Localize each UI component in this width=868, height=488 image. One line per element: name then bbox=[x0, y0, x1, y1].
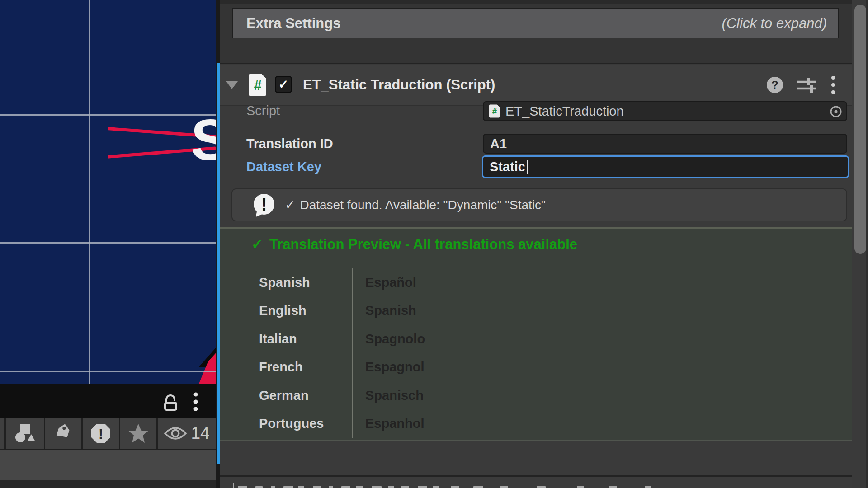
translation-value: Spanish bbox=[352, 297, 416, 325]
clipped-glyph bbox=[401, 486, 409, 488]
unity-editor: S bbox=[0, 0, 868, 488]
clipped-glyph bbox=[283, 486, 293, 488]
svg-text:!: ! bbox=[261, 195, 267, 214]
script-component: # ✓ ET_Static Traduction (Script) ? bbox=[220, 63, 868, 477]
clipped-glyph bbox=[298, 486, 304, 488]
enabled-checkbox[interactable]: ✓ bbox=[275, 76, 292, 93]
clipped-glyph bbox=[418, 486, 427, 488]
kebab-menu-icon[interactable] bbox=[191, 391, 200, 413]
dataset-key-input[interactable]: Static bbox=[482, 155, 849, 178]
script-object-value: ET_StaticTraduction bbox=[505, 104, 624, 119]
translation-id-label: Translation ID bbox=[246, 136, 333, 151]
table-row: EnglishSpanish bbox=[220, 297, 852, 325]
component-header[interactable]: # ✓ ET_Static Traduction (Script) ? bbox=[220, 65, 868, 106]
shapes-filter-button[interactable] bbox=[6, 418, 44, 449]
text-caret bbox=[527, 160, 528, 174]
eye-icon bbox=[164, 426, 187, 441]
foldout-arrow-icon[interactable] bbox=[226, 81, 238, 89]
script-field-label: Script bbox=[246, 103, 280, 118]
grid-line-h bbox=[0, 242, 216, 244]
dataset-key-label: Dataset Key bbox=[246, 160, 321, 174]
help-text: Dataset found. Available: "Dynamic" "Sta… bbox=[300, 198, 546, 212]
next-component-clipped bbox=[220, 477, 868, 488]
tag-filter-button[interactable] bbox=[45, 418, 81, 449]
translation-value: Spagnolo bbox=[352, 325, 425, 353]
scene-overlay-bar bbox=[0, 384, 216, 418]
window-top-edge bbox=[220, 0, 868, 4]
info-bubble-icon: ! bbox=[251, 192, 277, 218]
shapes-icon bbox=[14, 422, 36, 444]
clipped-glyph bbox=[238, 486, 247, 488]
clipped-glyph bbox=[356, 486, 363, 488]
dataset-help-box: ! ✓ Dataset found. Available: "Dynamic" … bbox=[231, 188, 847, 221]
window-right-edge bbox=[866, 0, 868, 488]
grid-line-h bbox=[0, 114, 216, 116]
clipped-glyph bbox=[388, 486, 394, 488]
scene-view[interactable]: S bbox=[0, 0, 216, 384]
scene-footer bbox=[0, 480, 216, 488]
script-object-field[interactable]: # ET_StaticTraduction bbox=[483, 101, 847, 121]
clipped-glyph bbox=[577, 486, 584, 488]
translation-value: Spanisch bbox=[352, 381, 424, 410]
warning-octagon-icon: ! bbox=[90, 423, 111, 444]
component-title: ET_Static Traduction (Script) bbox=[303, 77, 495, 93]
warning-filter-button[interactable]: ! bbox=[83, 418, 119, 449]
language-label: English bbox=[259, 297, 352, 325]
language-label: German bbox=[259, 381, 352, 410]
table-row: PortuguesEspanhol bbox=[220, 410, 852, 438]
grid-line-v bbox=[89, 0, 90, 384]
favorites-filter-button[interactable] bbox=[120, 418, 156, 449]
scrollbar-thumb[interactable] bbox=[854, 5, 866, 254]
help-check-icon: ✓ bbox=[285, 197, 295, 212]
language-label: Italian bbox=[259, 325, 352, 353]
clipped-glyph bbox=[473, 486, 483, 488]
translation-value: Espagnol bbox=[352, 353, 425, 382]
clipped-glyph bbox=[537, 486, 546, 488]
scene-filter-toolbar: ! 14 bbox=[0, 418, 216, 449]
preview-title-row: ✓ Translation Preview - All translations… bbox=[251, 236, 577, 253]
visibility-count: 14 bbox=[191, 424, 209, 443]
clipped-glyph bbox=[433, 486, 439, 488]
csharp-script-icon: # bbox=[489, 104, 500, 118]
translation-id-value: A1 bbox=[490, 136, 507, 151]
svg-text:#: # bbox=[254, 78, 261, 94]
clipped-glyph bbox=[372, 486, 382, 488]
clipped-glyph bbox=[500, 486, 508, 488]
translation-id-input[interactable]: A1 bbox=[483, 134, 847, 154]
scene-text-letter: S bbox=[191, 111, 216, 169]
grid-line-h bbox=[0, 371, 216, 372]
language-label: French bbox=[259, 353, 352, 382]
clipped-glyph bbox=[329, 486, 333, 488]
focus-indicator-line bbox=[217, 63, 220, 464]
extra-settings-label: Extra Settings bbox=[246, 15, 340, 32]
kebab-menu-icon[interactable] bbox=[830, 74, 837, 96]
svg-text:#: # bbox=[492, 107, 497, 116]
tag-icon bbox=[53, 423, 74, 444]
table-row: ItalianSpagnolo bbox=[220, 325, 852, 353]
scene-object-red-wedge bbox=[199, 352, 216, 384]
translation-value: Español bbox=[352, 268, 416, 297]
table-row: SpanishEspañol bbox=[220, 268, 852, 297]
clipped-glyph bbox=[645, 486, 651, 488]
language-label: Portugues bbox=[259, 410, 352, 438]
extra-settings-bar[interactable]: Extra Settings (Click to expand) bbox=[232, 8, 839, 38]
object-picker-icon[interactable] bbox=[829, 105, 843, 118]
language-label: Spanish bbox=[259, 268, 352, 297]
checkmark-icon: ✓ bbox=[278, 77, 289, 92]
extra-settings-hint: (Click to expand) bbox=[722, 15, 827, 32]
dataset-key-value: Static bbox=[490, 160, 525, 174]
preview-title: Translation Preview - All translations a… bbox=[269, 236, 577, 253]
success-check-icon: ✓ bbox=[251, 236, 263, 253]
translation-table: SpanishEspañolEnglishSpanishItalianSpagn… bbox=[220, 268, 852, 438]
table-row: GermanSpanisch bbox=[220, 381, 852, 410]
clipped-glyph bbox=[255, 486, 263, 488]
csharp-script-icon: # bbox=[249, 74, 267, 96]
visibility-count-button[interactable]: 14 bbox=[158, 418, 216, 449]
scene-lower-panel bbox=[0, 449, 216, 482]
clipped-glyph bbox=[609, 486, 617, 488]
toolbar-button-partial[interactable] bbox=[0, 418, 4, 449]
help-icon[interactable]: ? bbox=[766, 76, 784, 94]
unlock-icon[interactable] bbox=[160, 392, 180, 412]
presets-icon[interactable] bbox=[796, 76, 816, 94]
inspector-panel: Extra Settings (Click to expand) # ✓ ET_… bbox=[220, 0, 868, 488]
